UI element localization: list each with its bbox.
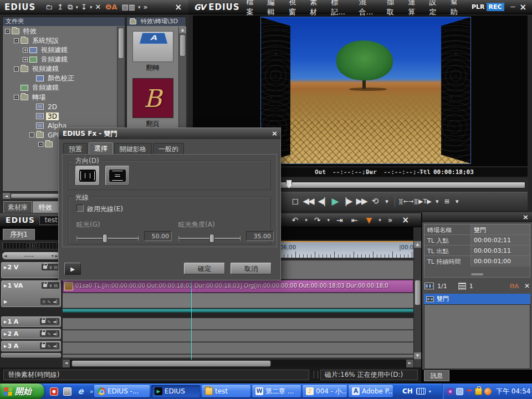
track-waveform-icon[interactable]: ∿: [47, 299, 51, 304]
language-indicator[interactable]: CH: [402, 387, 413, 395]
track-expand-icon[interactable]: ▶: [4, 332, 7, 336]
applied-effect-item[interactable]: 雙門: [424, 294, 530, 304]
track-speaker-icon[interactable]: ◄): [53, 331, 58, 336]
tree-item-2d[interactable]: 2D: [3, 102, 117, 111]
track-header-1a[interactable]: ▶1 A ∿◄): [1, 316, 61, 327]
minimize-icon[interactable]: ─: [509, 3, 518, 11]
track-waveform-icon[interactable]: ∿: [47, 344, 51, 349]
scroll-up-icon[interactable]: ▲: [414, 241, 421, 248]
track-eye-icon[interactable]: ∨: [49, 283, 52, 288]
enable-light-label[interactable]: 啟用光線(E): [87, 204, 123, 214]
audio-track-row-3[interactable]: [63, 342, 413, 354]
plr-button[interactable]: PLR: [472, 3, 485, 11]
track-lock-icon[interactable]: [43, 284, 47, 287]
marker-caret-icon[interactable]: ▾: [378, 217, 382, 223]
timeline-hscrollbar-thumb[interactable]: [71, 360, 271, 367]
language-options-caret-icon[interactable]: ▾: [429, 389, 431, 394]
track-eye-icon[interactable]: ∨: [49, 265, 52, 270]
expander-icon[interactable]: -: [14, 66, 19, 71]
tree-item-system-presets[interactable]: -系統預設: [3, 36, 117, 45]
info-close-icon[interactable]: ×: [523, 213, 529, 221]
track-header-2v[interactable]: ▶2 V ∨⊟: [1, 262, 61, 278]
timeline-hscrollbar[interactable]: ◄ ►: [63, 360, 413, 367]
cancel-button[interactable]: 取消: [231, 263, 272, 274]
up-folder-icon[interactable]: ↥: [55, 3, 65, 11]
track-lock-icon[interactable]: [43, 265, 47, 269]
step-back-button[interactable]: ◀|: [315, 197, 328, 206]
menu-help[interactable]: 幫助: [451, 0, 464, 17]
glare-angle-value-field[interactable]: 35.00: [246, 231, 274, 241]
audio-track-row-partial[interactable]: [63, 355, 413, 358]
track-header-3a[interactable]: ▶3 A ∿◄): [1, 341, 61, 351]
list-view-icon[interactable]: [458, 283, 466, 290]
tree-item-transitions[interactable]: -轉場: [3, 93, 117, 102]
duplicate-icon[interactable]: ⧉: [65, 3, 75, 11]
ok-button[interactable]: 確定: [184, 263, 225, 274]
flip-thumbnail-image[interactable]: A: [132, 31, 173, 62]
scroll-right-icon[interactable]: ►: [406, 360, 413, 367]
expander-icon[interactable]: -: [14, 95, 19, 100]
tree-item-audio-filters[interactable]: +音頻濾鏡: [3, 55, 117, 64]
loop-button[interactable]: ⟲: [368, 197, 381, 206]
timeline-zoom-slider[interactable]: [2, 242, 60, 249]
sort-icon[interactable]: ΘΑ: [508, 283, 521, 289]
menu-file[interactable]: 檔案: [247, 0, 260, 17]
tree-scrollbar-thumb[interactable]: [118, 28, 124, 59]
undo-icon[interactable]: ↶: [290, 216, 301, 224]
thumbnail-scrollbar-thumb[interactable]: [180, 34, 186, 57]
export-button[interactable]: ⊞: [442, 198, 452, 204]
stop-button[interactable]: ◻: [288, 197, 301, 206]
clip-lower-row[interactable]: [63, 293, 413, 308]
timescale-dropdown[interactable]: ◄ ---- ▾ ►: [2, 252, 60, 260]
jog-caret-icon[interactable]: ▾: [432, 198, 442, 204]
expander-icon[interactable]: -: [38, 142, 43, 147]
more-tools-icon[interactable]: »: [141, 3, 150, 11]
track-expand-icon[interactable]: ▶: [4, 265, 7, 270]
mixer-track-row[interactable]: [63, 309, 413, 313]
loop-caret-icon[interactable]: ▾: [381, 198, 391, 204]
quicklaunch-record-icon[interactable]: [50, 387, 58, 396]
remove-effect-icon[interactable]: ✕: [524, 282, 530, 290]
direction-vertical-button[interactable]: [105, 166, 130, 186]
tree-item-3d[interactable]: 3D: [3, 111, 117, 121]
glare-slider-thumb[interactable]: [103, 234, 108, 243]
zoom-slider-thumb[interactable]: [25, 243, 39, 248]
timeline-close-icon[interactable]: ×: [402, 215, 409, 225]
monitor-close-icon[interactable]: ×: [519, 2, 526, 12]
expander-icon[interactable]: -: [29, 132, 34, 137]
glare-angle-slider[interactable]: [178, 234, 241, 243]
export-caret-icon[interactable]: ▾: [452, 198, 462, 204]
transition-thumb-page[interactable]: B 翻頁: [132, 78, 173, 129]
menu-clip[interactable]: 素材: [310, 0, 324, 17]
track-header-4a-partial[interactable]: [1, 353, 61, 357]
set-out-button[interactable]: →][: [408, 198, 418, 204]
tray-messenger-icon[interactable]: [447, 388, 454, 395]
glare-angle-slider-thumb[interactable]: [209, 234, 214, 243]
expander-icon[interactable]: +: [23, 57, 28, 62]
step-forward-button[interactable]: |▶: [341, 197, 355, 206]
taskbtn-chapter2-doc[interactable]: W 第二章 ...: [252, 385, 301, 397]
scroll-left-icon[interactable]: ◄: [63, 360, 70, 367]
sort-icon[interactable]: ΘΑ: [103, 3, 119, 11]
menu-render[interactable]: 運算: [408, 0, 422, 17]
track-output-icon[interactable]: ⊟: [54, 265, 58, 270]
open-folder-icon[interactable]: 🗀: [43, 3, 55, 11]
start-button[interactable]: 開始: [0, 383, 44, 399]
track-speaker-icon[interactable]: ◄): [53, 319, 58, 324]
scroll-up-icon[interactable]: ▲: [179, 27, 186, 33]
taskbtn-edius[interactable]: ▶ EDIUS: [151, 385, 200, 397]
tab-sequence-1[interactable]: 序列1: [3, 229, 35, 240]
menu-capture[interactable]: 擷取: [387, 0, 401, 17]
rewind-button[interactable]: ◀◀: [301, 197, 315, 206]
import-icon[interactable]: ↧: [79, 3, 89, 11]
timeline-vscrollbar-thumb[interactable]: [415, 280, 421, 305]
track-header-2a[interactable]: ▶2 A ∿◄): [1, 329, 61, 339]
track-waveform-icon[interactable]: ∿: [47, 319, 51, 324]
track-speaker-icon[interactable]: ◄): [53, 344, 58, 349]
timeline-vscrollbar[interactable]: ▲ ▼: [413, 241, 421, 367]
track-lock-icon[interactable]: [42, 344, 45, 347]
tab-effects[interactable]: 特效: [33, 201, 58, 213]
taskbtn-edius-browser[interactable]: EDIUS -...: [94, 385, 150, 397]
taskbtn-media-004[interactable]: ♪ 004 - 小...: [303, 385, 347, 397]
enable-light-checkbox[interactable]: [76, 204, 84, 212]
